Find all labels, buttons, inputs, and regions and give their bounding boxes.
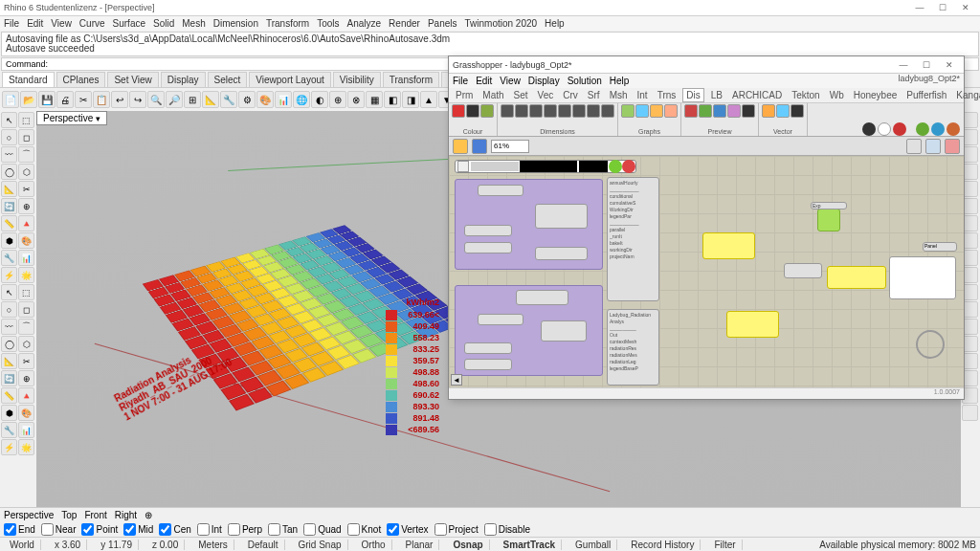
- gh-component-icon[interactable]: [776, 104, 790, 118]
- gh-minimize-icon[interactable]: —: [893, 58, 914, 72]
- gh-menu-item[interactable]: View: [500, 76, 521, 86]
- gh-component-icon[interactable]: [601, 104, 614, 118]
- tool-button[interactable]: 🔄: [1, 370, 17, 386]
- menu-file[interactable]: File: [4, 18, 19, 29]
- gh-component-icon[interactable]: [762, 104, 775, 118]
- tool-button[interactable]: ⚡: [1, 439, 17, 455]
- menu-dimension[interactable]: Dimension: [213, 18, 258, 29]
- tool-button[interactable]: ↖: [1, 112, 17, 128]
- tool-button[interactable]: ⚡: [1, 267, 17, 283]
- toolbar-button[interactable]: ⊞: [184, 91, 201, 108]
- toolbar-button[interactable]: 🔧: [220, 91, 237, 108]
- tooltab[interactable]: Select: [208, 72, 248, 87]
- toolbar-button[interactable]: ▲: [420, 91, 437, 108]
- gh-tab[interactable]: Crv: [560, 89, 581, 101]
- menu-mesh[interactable]: Mesh: [182, 18, 205, 29]
- tool-button[interactable]: ◯: [1, 336, 17, 352]
- tool-button[interactable]: 📐: [1, 181, 17, 197]
- gh-tab[interactable]: Trns: [655, 89, 679, 101]
- osnap-knot[interactable]: Knot: [347, 523, 382, 536]
- status-smarttrack[interactable]: SmartTrack: [498, 540, 562, 550]
- gh-component-icon[interactable]: [515, 104, 528, 118]
- gh-component-icon[interactable]: [727, 104, 741, 118]
- gh-tab[interactable]: ARCHICAD: [729, 89, 785, 101]
- gh-tab[interactable]: Msh: [607, 89, 631, 101]
- tool-button[interactable]: ⬚: [18, 284, 34, 300]
- osnap-perp[interactable]: Perp: [228, 523, 262, 536]
- tool-button[interactable]: 🎨: [18, 232, 34, 249]
- tool-button[interactable]: ⬢: [1, 405, 17, 421]
- gh-component-icon[interactable]: [713, 104, 726, 118]
- tool-button[interactable]: ⌒: [18, 319, 34, 335]
- tool-button[interactable]: ⊕: [18, 370, 34, 386]
- gh-component-icon[interactable]: [650, 104, 663, 118]
- tool-button[interactable]: 🌟: [18, 439, 34, 455]
- tool-button[interactable]: 📊: [18, 422, 34, 438]
- toolbar-button[interactable]: ↩: [111, 91, 128, 108]
- tool-button[interactable]: 🔺: [18, 215, 34, 231]
- status-record-history[interactable]: Record History: [625, 540, 701, 550]
- gh-component-icon[interactable]: [587, 104, 600, 118]
- tooltab[interactable]: Standard: [2, 72, 55, 87]
- gh-component-icon[interactable]: [684, 104, 698, 118]
- tool-button[interactable]: ○: [1, 301, 17, 318]
- gh-component-icon[interactable]: [664, 104, 678, 118]
- grasshopper-window[interactable]: Grasshopper - ladybug8_Opt2* — ☐ ✕ FileE…: [448, 55, 965, 400]
- osnap-disable[interactable]: Disable: [484, 523, 530, 536]
- gh-component-icon[interactable]: [452, 104, 465, 118]
- tool-button[interactable]: ⬢: [1, 232, 17, 249]
- toolbar-button[interactable]: ⚙: [238, 91, 256, 108]
- gh-tab[interactable]: Vec: [535, 89, 557, 101]
- gh-component-icon[interactable]: [791, 104, 804, 118]
- gh-tab[interactable]: Math: [479, 89, 506, 101]
- tool-button[interactable]: 📏: [1, 215, 17, 231]
- tool-button[interactable]: 〰: [1, 146, 17, 163]
- toolbar-button[interactable]: 📊: [275, 91, 292, 108]
- tool-button[interactable]: 🔺: [18, 387, 34, 404]
- toolbar-button[interactable]: ◧: [384, 91, 401, 108]
- gh-menu-item[interactable]: Help: [610, 76, 630, 86]
- gh-tab[interactable]: Honeybee: [851, 89, 901, 101]
- gh-sketch-icon[interactable]: [906, 139, 922, 154]
- toolbar-button[interactable]: 📐: [202, 91, 219, 108]
- gh-tab[interactable]: LB: [708, 89, 725, 101]
- menu-curve[interactable]: Curve: [79, 18, 105, 29]
- tool-button[interactable]: ○: [1, 129, 17, 145]
- tool-button[interactable]: ✂: [18, 181, 34, 197]
- tooltab[interactable]: CPlanes: [56, 72, 106, 87]
- menu-edit[interactable]: Edit: [27, 18, 43, 29]
- gh-save-icon[interactable]: [472, 139, 487, 154]
- osnap-near[interactable]: Near: [41, 523, 77, 536]
- osnap-mid[interactable]: Mid: [123, 523, 153, 536]
- menu-solid[interactable]: Solid: [153, 18, 174, 29]
- tooltab[interactable]: Transform: [383, 72, 439, 87]
- tool-button[interactable]: ◻: [18, 129, 34, 145]
- gh-tab[interactable]: Int: [635, 89, 651, 101]
- gh-menu-item[interactable]: Edit: [476, 76, 492, 86]
- gh-tab[interactable]: Srf: [585, 89, 603, 101]
- gh-canvas[interactable]: annualHourly___________conditionalcumula…: [449, 156, 964, 387]
- gh-menu-item[interactable]: Display: [528, 76, 560, 86]
- osnap-project[interactable]: Project: [434, 523, 479, 536]
- gh-open-icon[interactable]: [453, 139, 468, 154]
- tooltab[interactable]: Set View: [107, 72, 158, 87]
- menu-analyze[interactable]: Analyze: [347, 18, 382, 29]
- gh-tab[interactable]: Wb: [827, 89, 847, 101]
- gh-menu-item[interactable]: Solution: [568, 76, 602, 86]
- status-filter[interactable]: Filter: [708, 540, 742, 550]
- menu-render[interactable]: Render: [389, 18, 420, 29]
- osnap-cen[interactable]: Cen: [159, 523, 190, 536]
- gh-eye-icon[interactable]: [925, 139, 941, 154]
- tool-button[interactable]: ✂: [18, 353, 34, 369]
- toolbar-button[interactable]: ↪: [129, 91, 146, 108]
- tool-button[interactable]: ↖: [1, 284, 17, 300]
- status-planar[interactable]: Planar: [400, 540, 440, 550]
- toolbar-button[interactable]: 🔎: [166, 91, 183, 108]
- toolbar-button[interactable]: ✂: [75, 91, 92, 108]
- gh-menu-item[interactable]: File: [453, 76, 468, 86]
- gh-component-icon[interactable]: [572, 104, 586, 118]
- tooltab[interactable]: Viewport Layout: [249, 72, 331, 87]
- gh-tab[interactable]: Set: [511, 89, 531, 101]
- menu-twinmotion 2020[interactable]: Twinmotion 2020: [465, 18, 538, 29]
- menu-surface[interactable]: Surface: [113, 18, 145, 29]
